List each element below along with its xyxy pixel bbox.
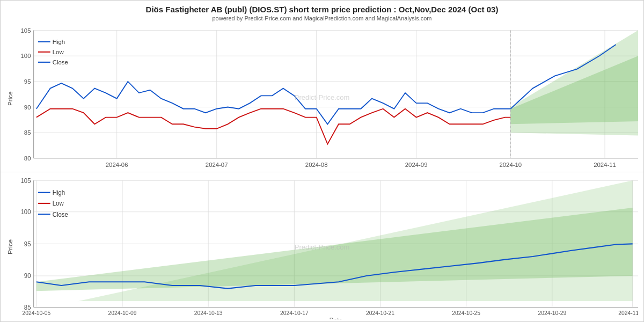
svg-text:2024-10: 2024-10 [499,162,522,168]
svg-text:95: 95 [24,78,31,85]
svg-text:100: 100 [21,208,31,216]
svg-text:2024-10-13: 2024-10-13 [194,310,223,316]
svg-text:High: High [53,39,65,45]
svg-text:2024-09: 2024-09 [405,162,428,168]
svg-text:High: High [53,189,65,197]
svg-text:2024-10-17: 2024-10-17 [280,310,309,316]
svg-text:90: 90 [24,104,31,111]
charts-area: 105 100 95 90 85 80 Price 2024-06 2024-0… [1,23,643,321]
svg-text:2024-10-05: 2024-10-05 [22,310,50,316]
svg-text:90: 90 [24,272,31,280]
svg-text:Close: Close [53,59,68,65]
top-chart-wrapper: 105 100 95 90 85 80 Price 2024-06 2024-0… [1,23,643,172]
svg-text:2024-10-09: 2024-10-09 [108,310,137,316]
svg-text:2024-10-25: 2024-10-25 [452,310,480,316]
low-line-top [36,109,511,144]
svg-text:Low: Low [53,49,64,55]
svg-text:100: 100 [21,53,31,59]
bottom-chart-wrapper: 105 100 95 90 85 Price 2024-10-0 [1,172,643,321]
svg-text:Close: Close [53,210,68,218]
svg-text:Price: Price [8,91,14,106]
svg-text:2024-10-21: 2024-10-21 [366,310,394,316]
svg-text:2024-11-01: 2024-11-01 [618,310,638,316]
svg-text:Date: Date [330,316,342,319]
svg-text:2024-11: 2024-11 [594,162,616,168]
svg-text:2024-08: 2024-08 [305,162,328,168]
svg-text:Low: Low [53,200,64,208]
chart-title: Diös Fastigheter AB (publ) (DIOS.ST) sho… [1,5,643,14]
svg-text:Price: Price [7,239,14,255]
chart-header: Diös Fastigheter AB (publ) (DIOS.ST) sho… [1,1,643,23]
svg-text:2024-07: 2024-07 [206,162,228,168]
svg-text:2024-10-29: 2024-10-29 [538,310,566,316]
svg-text:105: 105 [21,27,31,34]
main-container: Diös Fastigheter AB (publ) (DIOS.ST) sho… [0,0,644,322]
svg-text:85: 85 [24,129,31,136]
svg-text:95: 95 [24,240,31,248]
svg-marker-30 [510,56,638,124]
top-chart-svg: 105 100 95 90 85 80 Price 2024-06 2024-0… [6,25,638,170]
svg-text:105: 105 [21,177,31,185]
svg-text:80: 80 [24,155,31,162]
svg-text:2024-06: 2024-06 [106,162,128,168]
bottom-chart-svg: 105 100 95 90 85 Price 2024-10-0 [6,174,638,319]
chart-subtitle: powered by Predict-Price.com and Magical… [1,15,643,21]
